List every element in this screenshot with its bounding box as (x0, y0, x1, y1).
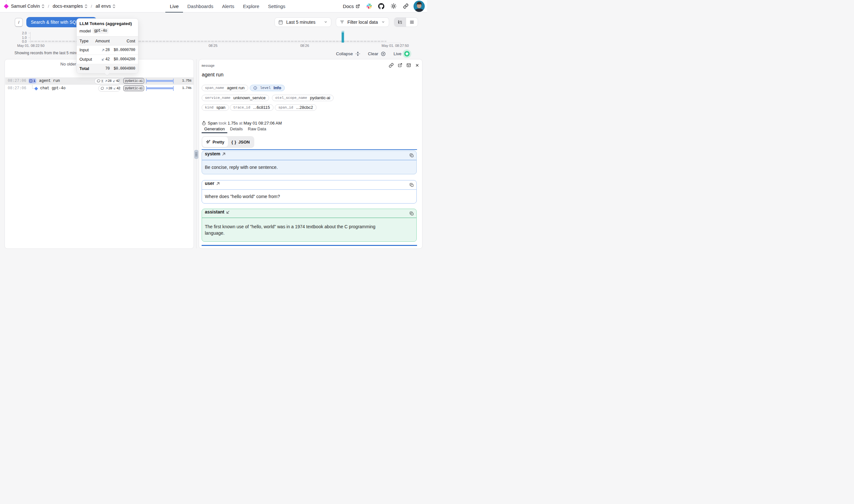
svg-text:1.0: 1.0 (22, 36, 26, 39)
svg-text:08:26: 08:26 (300, 44, 309, 48)
svg-text:2.0: 2.0 (22, 31, 26, 35)
svg-text:May 01. 08:22:50: May 01. 08:22:50 (17, 44, 44, 48)
svg-text:0.0: 0.0 (22, 39, 26, 43)
svg-text:08:25: 08:25 (209, 44, 218, 48)
svg-text:May 01. 08:27:50: May 01. 08:27:50 (381, 44, 409, 48)
